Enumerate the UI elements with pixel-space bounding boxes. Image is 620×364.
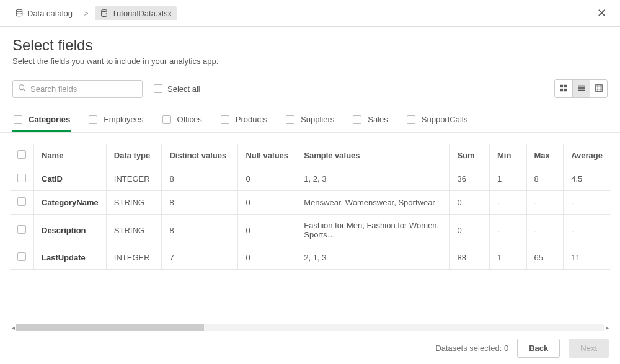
tab-checkbox[interactable] [14,115,22,124]
cell-min: 1 [490,246,527,270]
col-max[interactable]: Max [526,144,564,167]
cell-data-type: STRING [106,191,162,215]
scrollbar-thumb[interactable] [16,324,204,331]
row-checkbox[interactable] [17,174,26,182]
table-row[interactable]: LastUpdateINTEGER702, 1, 38816511 [10,246,610,270]
database-file-icon [100,9,108,17]
tab-checkbox[interactable] [162,115,171,124]
row-checkbox[interactable] [17,225,26,234]
view-list-button[interactable] [572,80,590,97]
table-row[interactable]: DescriptionSTRING80Fashion for Men, Fash… [10,215,610,246]
status-label: Datasets selected: [435,344,502,353]
next-button[interactable]: Next [569,339,609,358]
select-all[interactable]: Select all [154,84,200,94]
tab-sales[interactable]: Sales [352,107,389,132]
scroll-left-arrow[interactable]: ◂ [10,324,16,331]
svg-point-2 [19,84,24,89]
field-table-container: Name Data type Distinct values Null valu… [0,133,620,301]
scrollbar-track[interactable] [16,324,604,331]
breadcrumb-separator: > [84,9,89,18]
tab-checkbox[interactable] [221,115,229,124]
col-avg[interactable]: Average [564,144,610,167]
search-input[interactable] [30,84,137,94]
cell-min: 1 [490,167,527,191]
cell-distinct: 8 [162,191,238,215]
cell-null: 0 [238,215,296,246]
row-checkbox[interactable] [17,252,26,261]
datasets-selected-status: Datasets selected: 0 [435,344,508,353]
cell-name: CategoryName [34,191,107,215]
row-checkbox[interactable] [17,197,26,206]
breadcrumb-current-label: TutorialData.xlsx [112,9,172,18]
svg-rect-4 [560,84,563,87]
tab-label: Products [236,115,267,124]
cell-null: 0 [238,191,296,215]
close-button[interactable]: ✕ [593,5,610,21]
cell-null: 0 [238,246,296,270]
cell-name: CatID [34,167,107,191]
page-title: Select fields [12,37,608,54]
view-table-button[interactable] [590,80,607,97]
tabs: Categories Employees Offices Products Su… [0,107,620,133]
search-field[interactable] [12,80,143,98]
tab-checkbox[interactable] [89,115,97,124]
breadcrumb-current[interactable]: TutorialData.xlsx [95,6,177,20]
cell-sample: 2, 1, 3 [296,246,450,270]
table-row[interactable]: CategoryNameSTRING80Menswear, Womenswear… [10,191,610,215]
back-button[interactable]: Back [517,339,560,358]
scroll-right-arrow[interactable]: ▸ [604,324,610,331]
footer: Datasets selected: 0 Back Next [0,332,620,364]
breadcrumb-root[interactable]: Data catalog [10,6,78,20]
status-count: 0 [504,344,508,353]
cell-sample: Fashion for Men, Fashion for Women, Spor… [296,215,450,246]
cell-min: - [490,191,527,215]
tab-supportcalls[interactable]: SupportCalls [405,107,469,132]
close-icon: ✕ [597,7,606,19]
view-grid-button[interactable] [555,80,572,97]
database-icon [15,9,24,17]
col-distinct[interactable]: Distinct values [162,144,238,167]
select-all-label: Select all [167,84,200,94]
tab-label: Suppliers [301,115,334,124]
col-name[interactable]: Name [34,144,107,167]
table-icon [595,84,603,94]
tab-categories[interactable]: Categories [12,107,71,132]
svg-rect-9 [578,87,585,89]
tab-label: Categories [29,115,70,124]
cell-distinct: 8 [162,215,238,246]
cell-avg: 4.5 [564,167,610,191]
svg-rect-6 [560,88,563,91]
cell-name: LastUpdate [34,246,107,270]
col-min[interactable]: Min [490,144,527,167]
tab-checkbox[interactable] [286,115,294,124]
tab-checkbox[interactable] [353,115,361,124]
tab-offices[interactable]: Offices [161,107,203,132]
cell-avg: 11 [564,246,610,270]
field-table: Name Data type Distinct values Null valu… [10,144,610,270]
select-all-checkbox[interactable] [154,84,162,93]
cell-distinct: 7 [162,246,238,270]
col-sum[interactable]: Sum [450,144,490,167]
horizontal-scrollbar[interactable]: ◂ ▸ [10,323,610,332]
table-row[interactable]: CatIDINTEGER801, 2, 336184.5 [10,167,610,191]
table-header-row: Name Data type Distinct values Null valu… [10,144,610,167]
svg-rect-11 [595,84,602,91]
grid-icon [559,84,568,94]
tab-checkbox[interactable] [407,115,415,124]
col-data-type[interactable]: Data type [106,144,162,167]
cell-max: 65 [526,246,564,270]
cell-data-type: STRING [106,215,162,246]
svg-rect-8 [578,85,585,86]
cell-sample: 1, 2, 3 [296,167,450,191]
cell-null: 0 [238,167,296,191]
col-null[interactable]: Null values [238,144,296,167]
svg-rect-5 [564,84,567,87]
tab-label: Employees [104,115,143,124]
tab-employees[interactable]: Employees [87,107,144,132]
tab-suppliers[interactable]: Suppliers [285,107,335,132]
tab-products[interactable]: Products [219,107,268,132]
header-checkbox[interactable] [17,150,26,159]
cell-data-type: INTEGER [106,167,162,191]
col-sample[interactable]: Sample values [296,144,450,167]
list-icon [577,84,586,94]
